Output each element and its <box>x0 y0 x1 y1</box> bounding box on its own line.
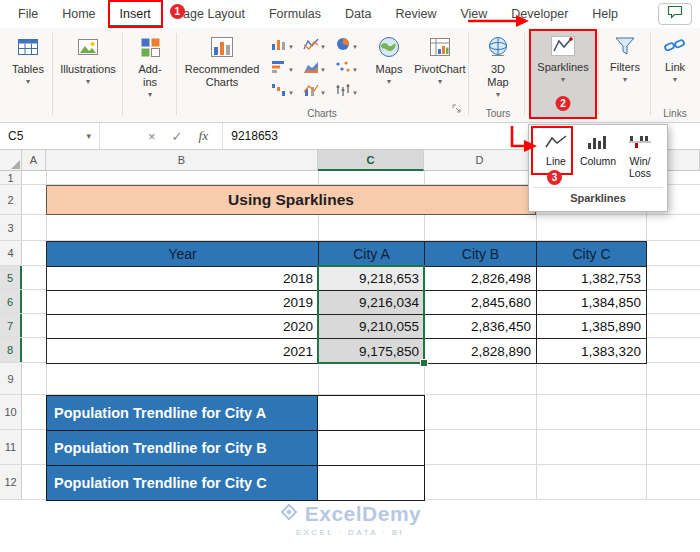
table-header-city-b[interactable]: City B <box>425 242 537 267</box>
3d-map-label-line1: 3D <box>491 63 505 76</box>
tab-formulas[interactable]: Formulas <box>257 0 333 28</box>
insert-line-chart-button[interactable]: ▾ <box>298 36 330 56</box>
tables-button[interactable]: Tables ▾ <box>6 30 50 118</box>
cell-city-b[interactable]: 2,845,680 <box>425 291 537 315</box>
name-box[interactable]: C5 ▾ <box>0 123 100 149</box>
insert-scatter-chart-button[interactable]: ▾ <box>330 59 362 79</box>
cell-city-a-selected[interactable]: 9,175,850 <box>319 339 425 364</box>
table-header-city-a[interactable]: City A <box>319 242 425 267</box>
tab-data[interactable]: Data <box>333 0 383 28</box>
trendline-label-city-c[interactable]: Population Trendline for City C <box>46 466 318 501</box>
table-header-city-c[interactable]: City C <box>537 242 647 267</box>
tab-help[interactable]: Help <box>580 0 630 28</box>
table-header-year[interactable]: Year <box>47 242 319 267</box>
row-header-3[interactable]: 3 <box>0 215 22 240</box>
tab-file[interactable]: File <box>6 0 50 28</box>
dialog-launcher-icon[interactable] <box>452 100 462 118</box>
sparklines-button[interactable]: Sparklines ▾ 2 <box>530 30 596 118</box>
tab-insert[interactable]: Insert 1 <box>108 0 163 28</box>
cell-city-b[interactable]: 2,828,890 <box>425 339 537 364</box>
cell-city-c[interactable]: 1,382,753 <box>537 267 647 291</box>
cancel-icon[interactable]: × <box>148 129 156 144</box>
illustrations-button[interactable]: Illustrations ▾ <box>56 30 120 118</box>
cell-city-c[interactable]: 1,384,850 <box>537 291 647 315</box>
sheet-row-9[interactable]: 9 <box>0 363 700 395</box>
chevron-down-icon: ▾ <box>561 75 565 84</box>
cell-city-a-selected[interactable]: 9,216,034 <box>319 291 425 315</box>
cell-year[interactable]: 2021 <box>47 339 319 364</box>
trendline-label-city-b[interactable]: Population Trendline for City B <box>46 431 318 466</box>
3d-map-button[interactable]: 3D Map ▾ <box>474 30 522 118</box>
tab-home[interactable]: Home <box>50 0 107 28</box>
population-table: Year City A City B City C 2018 9,218,653… <box>46 241 647 364</box>
tab-view[interactable]: View <box>448 0 499 28</box>
sheet-row-3[interactable]: 3 <box>0 215 700 241</box>
insert-waterfall-chart-button[interactable]: ▾ <box>266 82 298 102</box>
menu-item-winloss-sparkline[interactable]: Win/ Loss <box>619 129 661 179</box>
step-2-badge: 2 <box>556 96 571 111</box>
recommended-charts-button[interactable]: Recommended Charts <box>182 30 262 118</box>
chevron-down-icon: ▾ <box>353 42 357 51</box>
chart-type-grid: ▾ ▾ ▾ ▾ ▾ ▾ ▾ ▾ ▾ <box>266 36 364 102</box>
cell-city-b[interactable]: 2,836,450 <box>425 315 537 339</box>
name-box-value: C5 <box>8 129 23 143</box>
link-button[interactable]: Link ▾ <box>654 30 696 118</box>
row-header-12[interactable]: 12 <box>0 465 22 499</box>
cell-year[interactable]: 2019 <box>47 291 319 315</box>
tab-developer[interactable]: Developer <box>499 0 580 28</box>
row-header-11[interactable]: 11 <box>0 430 22 464</box>
insert-combo-chart-button[interactable]: ▾ <box>298 82 330 102</box>
cell-city-a-selected[interactable]: 9,218,653 <box>319 267 425 291</box>
tours-group-label: Tours <box>474 108 522 119</box>
add-ins-button[interactable]: Add- ins ▾ <box>126 30 174 118</box>
row-header-7[interactable]: 7 <box>0 314 22 337</box>
maps-button[interactable]: Maps ▾ <box>368 30 410 118</box>
link-chain-icon <box>663 30 687 61</box>
chevron-down-icon: ▾ <box>673 75 677 84</box>
add-ins-icon <box>138 30 162 63</box>
insert-area-chart-button[interactable]: ▾ <box>298 59 330 79</box>
tables-label: Tables <box>12 63 44 76</box>
charts-group-label: Charts <box>184 108 460 119</box>
column-header-b[interactable]: B <box>46 150 318 171</box>
recommended-charts-icon <box>209 30 235 63</box>
menu-item-column-sparkline[interactable]: Column <box>577 129 619 179</box>
select-all-corner[interactable] <box>0 150 22 171</box>
cell-city-b[interactable]: 2,826,498 <box>425 267 537 291</box>
column-header-c-selected[interactable]: C <box>318 150 424 171</box>
table-row: 2021 9,175,850 2,828,890 1,383,320 <box>47 339 647 364</box>
row-header-4[interactable]: 4 <box>0 241 22 265</box>
insert-pie-chart-button[interactable]: ▾ <box>330 36 362 56</box>
watermark-name: ExcelDemy <box>305 502 422 526</box>
sheet-title-cell[interactable]: Using Sparklines <box>46 185 536 215</box>
cell-year[interactable]: 2018 <box>47 267 319 291</box>
menu-item-label-line2: Loss <box>629 167 651 179</box>
tab-review[interactable]: Review <box>383 0 448 28</box>
row-header-9[interactable]: 9 <box>0 363 22 394</box>
insert-stock-chart-button[interactable]: ▾ <box>330 82 362 102</box>
trendline-empty-cell[interactable] <box>318 396 425 431</box>
row-header-6[interactable]: 6 <box>0 290 22 313</box>
trendline-empty-cell[interactable] <box>318 466 425 501</box>
cell-city-c[interactable]: 1,385,890 <box>537 315 647 339</box>
row-header-1[interactable]: 1 <box>0 171 22 184</box>
table-row: 2019 9,216,034 2,845,680 1,384,850 <box>47 291 647 315</box>
insert-function-icon[interactable]: fx <box>199 128 209 144</box>
row-header-8[interactable]: 8 <box>0 338 22 362</box>
row-header-5[interactable]: 5 <box>0 266 22 289</box>
comments-button[interactable] <box>658 3 692 25</box>
insert-column-chart-button[interactable]: ▾ <box>266 36 298 56</box>
cell-city-a-selected[interactable]: 9,210,055 <box>319 315 425 339</box>
column-header-d[interactable]: D <box>424 150 536 171</box>
cell-city-c[interactable]: 1,383,320 <box>537 339 647 364</box>
insert-bar-chart-button[interactable]: ▾ <box>266 59 298 79</box>
enter-check-icon[interactable]: ✓ <box>172 129 183 144</box>
row-header-10[interactable]: 10 <box>0 395 22 429</box>
filters-button[interactable]: Filters ▾ <box>602 30 648 118</box>
trendline-empty-cell[interactable] <box>318 431 425 466</box>
row-header-2[interactable]: 2 <box>0 185 22 214</box>
column-header-a[interactable]: A <box>22 150 46 171</box>
cell-year[interactable]: 2020 <box>47 315 319 339</box>
formula-input[interactable]: 9218653 <box>231 129 278 143</box>
trendline-label-city-a[interactable]: Population Trendline for City A <box>46 396 318 431</box>
